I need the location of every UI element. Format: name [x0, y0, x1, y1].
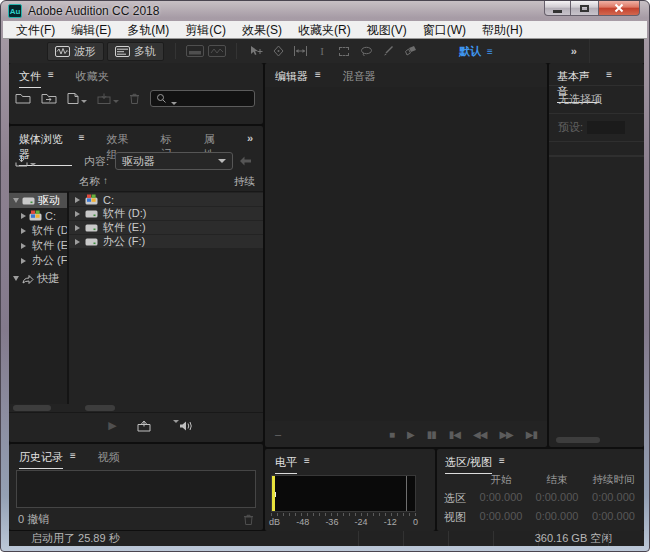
view-end-value[interactable]: 0:00.000 — [529, 510, 585, 525]
preset-input[interactable] — [587, 121, 625, 134]
menu-effects[interactable]: 效果(S) — [234, 21, 290, 39]
tab-history[interactable]: 历史记录 ≡ — [19, 450, 76, 469]
menu-help[interactable]: 帮助(H) — [474, 21, 531, 39]
media-list: C: 软件 (D:) 软件 (E:) — [69, 192, 263, 404]
stop-button[interactable]: ■ — [389, 429, 394, 440]
clear-history-button[interactable] — [243, 514, 254, 525]
workspace-selector[interactable]: 默认 — [459, 44, 481, 59]
skip-to-start-button[interactable]: ▮◀ — [449, 429, 460, 440]
menu-view[interactable]: 视图(V) — [359, 21, 415, 39]
more-panels-button[interactable]: » — [247, 132, 253, 144]
list-item-drive-c[interactable]: C: — [69, 193, 263, 206]
search-input[interactable] — [150, 90, 255, 107]
menu-clip[interactable]: 剪辑(C) — [177, 21, 234, 39]
tab-favorites[interactable]: 收藏夹 — [76, 69, 109, 84]
time-selection-tool-icon[interactable] — [289, 45, 311, 57]
open-in-editor-button[interactable] — [137, 420, 151, 432]
selection-end-value[interactable]: 0:00.000 — [529, 491, 585, 506]
import-file-button[interactable] — [41, 93, 57, 104]
tree-horizontal-scrollbar[interactable] — [13, 405, 51, 411]
column-name[interactable]: 名称 — [79, 175, 100, 189]
menu-edit[interactable]: 编辑(E) — [63, 21, 119, 39]
skip-to-end-button[interactable]: ▶▮ — [526, 429, 537, 440]
view-duration-value[interactable]: 0:00.000 — [585, 510, 642, 525]
panel-menu-icon[interactable]: ≡ — [606, 69, 612, 103]
chevron-right-icon[interactable] — [21, 258, 26, 264]
open-file-button[interactable] — [15, 93, 31, 104]
editor-canvas[interactable] — [265, 87, 547, 421]
tree-item-drive-f[interactable]: 办公 (F:) — [9, 253, 67, 268]
chevron-right-icon[interactable] — [75, 225, 80, 231]
tab-files[interactable]: 文件 ≡ — [19, 69, 54, 88]
workspace-menu-icon[interactable]: ≡ — [487, 46, 493, 57]
pause-button[interactable]: ▮▮ — [427, 429, 436, 440]
rewind-button[interactable]: ◀◀ — [473, 429, 486, 440]
lasso-tool-icon[interactable] — [355, 46, 377, 57]
eraser-tool-icon[interactable] — [399, 45, 421, 57]
tab-levels[interactable]: 电平 ≡ — [275, 455, 310, 474]
chevron-right-icon[interactable] — [75, 239, 80, 245]
chevron-right-icon[interactable] — [21, 228, 26, 234]
spectral-frequency-icon[interactable] — [184, 45, 206, 57]
list-item-drive-f[interactable]: 办公 (F:) — [69, 235, 263, 248]
minimize-button[interactable] — [544, 1, 571, 16]
menu-multitrack[interactable]: 多轨(M) — [119, 21, 177, 39]
menu-window[interactable]: 窗口(W) — [415, 21, 474, 39]
panel-menu-icon[interactable]: ≡ — [315, 69, 321, 88]
tab-selection-view[interactable]: 选区/视图 ≡ — [445, 455, 505, 474]
preview-play-button[interactable]: ▶ — [108, 419, 116, 432]
selection-start-value[interactable]: 0:00.000 — [473, 491, 529, 506]
close-button[interactable] — [598, 1, 640, 16]
fast-forward-button[interactable]: ▶▶ — [499, 429, 512, 440]
tree-item-drive-d[interactable]: 软件 (D:) — [9, 223, 67, 238]
tree-item-shortcuts[interactable]: 快捷 — [9, 271, 67, 286]
column-duration[interactable]: 持续 — [234, 175, 255, 189]
new-file-button[interactable] — [67, 93, 87, 104]
view-start-value[interactable]: 0:00.000 — [473, 510, 529, 525]
chevron-down-icon[interactable] — [13, 198, 19, 203]
waveform-view-button[interactable]: 波形 — [47, 42, 104, 61]
tab-editor[interactable]: 编辑器 ≡ — [275, 69, 321, 88]
tree-item-drive-e[interactable]: 软件 (E:) — [9, 238, 67, 253]
chevron-right-icon[interactable] — [75, 197, 80, 203]
zoom-control[interactable]: – — [275, 428, 281, 440]
status-segment — [608, 531, 644, 546]
panel-menu-icon[interactable]: ≡ — [304, 455, 310, 474]
tree-item-drives[interactable]: 驱动 — [9, 193, 67, 208]
loop-audition-button[interactable] — [171, 420, 194, 432]
menu-favorites[interactable]: 收藏夹(R) — [290, 21, 359, 39]
history-list[interactable] — [16, 470, 256, 508]
chevron-down-icon[interactable] — [13, 276, 19, 281]
insert-into-multitrack-button[interactable] — [97, 93, 119, 104]
list-horizontal-scrollbar[interactable] — [85, 405, 115, 411]
selection-duration-value[interactable]: 0:00.000 — [585, 491, 642, 506]
tab-video[interactable]: 视频 — [98, 450, 120, 465]
import-media-button[interactable] — [15, 155, 36, 167]
panel-menu-icon[interactable]: ≡ — [48, 69, 54, 88]
brush-tool-icon[interactable] — [377, 45, 399, 57]
tab-mixer[interactable]: 混音器 — [343, 69, 376, 84]
back-arrow-icon[interactable] — [239, 156, 252, 166]
panel-menu-icon[interactable]: ≡ — [499, 455, 505, 474]
list-item-drive-d[interactable]: 软件 (D:) — [69, 207, 263, 220]
spectral-pitch-icon[interactable] — [206, 45, 228, 57]
title-bar[interactable]: Au Adobe Audition CC 2018 — [1, 1, 649, 21]
move-tool-icon[interactable] — [245, 45, 267, 57]
maximize-button[interactable] — [571, 1, 598, 16]
list-item-drive-e[interactable]: 软件 (E:) — [69, 221, 263, 234]
chevron-right-icon[interactable] — [21, 213, 26, 219]
multitrack-view-button[interactable]: 多轨 — [107, 42, 164, 61]
delete-file-button[interactable] — [129, 93, 140, 104]
marquee-selection-tool-icon[interactable] — [333, 47, 355, 56]
play-button[interactable]: ▶ — [407, 429, 414, 440]
chevron-right-icon[interactable] — [21, 243, 26, 249]
chevron-right-icon[interactable] — [75, 211, 80, 217]
razor-tool-icon[interactable] — [267, 45, 289, 57]
ibeam-tool-icon[interactable]: I — [311, 45, 333, 57]
panel-menu-icon[interactable]: ≡ — [70, 450, 76, 469]
menu-file[interactable]: 文件(F) — [8, 21, 63, 39]
toolbar-overflow-button[interactable]: » — [571, 45, 577, 57]
tree-item-drive-c[interactable]: C: — [9, 208, 67, 223]
essential-horizontal-scrollbar[interactable] — [556, 437, 600, 443]
content-dropdown[interactable]: 驱动器 — [115, 152, 233, 170]
